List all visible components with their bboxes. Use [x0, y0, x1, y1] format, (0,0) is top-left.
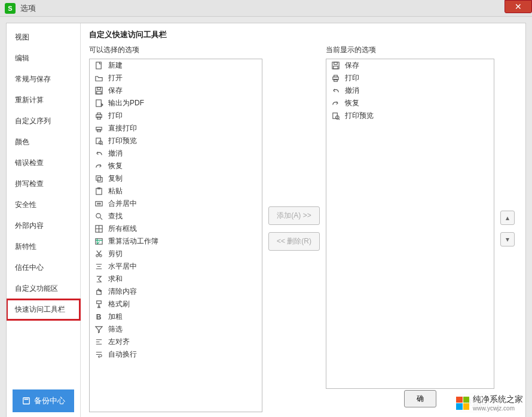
list-item-label: 保存	[108, 86, 123, 96]
list-item[interactable]: 求和	[90, 273, 262, 285]
svg-rect-5	[97, 91, 102, 94]
list-item[interactable]: 恢复	[90, 160, 262, 172]
list-item[interactable]: 新建	[90, 59, 262, 72]
open-icon	[94, 74, 103, 83]
sidebar-item-7[interactable]: 拼写检查	[7, 174, 80, 194]
list-item[interactable]: 输出为PDF	[90, 97, 262, 109]
sidebar-item-0[interactable]: 视图	[7, 27, 80, 48]
cut-icon	[94, 249, 103, 258]
list-item-label: 恢复	[345, 98, 359, 108]
triangle-down-icon: ▾	[506, 235, 509, 243]
filter-icon	[94, 325, 103, 334]
current-listbox[interactable]: 保存打印撤消恢复打印预览	[326, 59, 494, 389]
list-item[interactable]: 打印预览	[326, 109, 494, 122]
list-item[interactable]: 所有框线	[90, 223, 262, 235]
list-item[interactable]: 清除内容	[90, 285, 262, 298]
undo-icon	[331, 86, 340, 95]
triangle-up-icon: ▴	[506, 214, 509, 222]
available-listbox[interactable]: 新建打开保存输出为PDF打印直接打印打印预览撤消恢复复制粘贴合并居中查找所有框线…	[89, 59, 262, 412]
list-item-label: 水平居中	[108, 261, 137, 272]
sidebar-item-8[interactable]: 安全性	[7, 194, 80, 215]
main-panel: 自定义快速访问工具栏 可以选择的选项 新建打开保存输出为PDF打印直接打印打印预…	[81, 23, 525, 417]
add-button[interactable]: 添加(A) >>	[268, 206, 320, 225]
list-item-label: 求和	[108, 274, 123, 284]
borders-icon	[94, 224, 103, 233]
list-item[interactable]: 粘贴	[90, 185, 262, 197]
list-item[interactable]: 查找	[90, 210, 262, 223]
sidebar-item-10[interactable]: 新特性	[7, 236, 80, 257]
list-item[interactable]: 水平居中	[90, 260, 262, 273]
list-item-label: 打印预览	[108, 136, 137, 146]
sidebar-item-11[interactable]: 信任中心	[7, 257, 80, 278]
list-item[interactable]: 打开	[90, 72, 262, 84]
list-item-label: 撤消	[108, 148, 123, 159]
available-label: 可以选择的选项	[89, 45, 262, 55]
sidebar-item-2[interactable]: 常规与保存	[7, 69, 80, 90]
list-item[interactable]: 直接打印	[90, 122, 262, 135]
sidebar-item-3[interactable]: 重新计算	[7, 90, 80, 111]
svg-rect-16	[96, 188, 102, 194]
sidebar-item-1[interactable]: 编辑	[7, 48, 80, 69]
sidebar-item-5[interactable]: 颜色	[7, 132, 80, 153]
svg-rect-2	[96, 62, 101, 69]
list-item[interactable]: 剪切	[90, 248, 262, 260]
backup-center-button[interactable]: 备份中心	[13, 389, 74, 412]
list-item-label: 打开	[108, 73, 123, 83]
sidebar-item-4[interactable]: 自定义序列	[7, 111, 80, 132]
svg-rect-14	[96, 176, 101, 181]
list-item[interactable]: 打印	[326, 72, 494, 84]
list-item[interactable]: 左对齐	[90, 336, 262, 348]
list-item[interactable]: 筛选	[90, 323, 262, 336]
list-item-label: 清除内容	[108, 287, 137, 297]
list-item-label: 粘贴	[108, 186, 123, 196]
svg-rect-8	[97, 113, 101, 115]
clear-icon	[94, 287, 103, 296]
list-item[interactable]: 撤消	[326, 84, 494, 97]
list-item[interactable]: 自动换行	[90, 348, 262, 361]
list-item[interactable]: 重算活动工作簿	[90, 235, 262, 248]
move-down-button[interactable]: ▾	[500, 232, 515, 246]
list-item-label: 所有框线	[108, 224, 137, 234]
watermark-url: www.ycwjz.com	[473, 405, 523, 412]
print-preview-icon	[94, 136, 103, 145]
print-icon	[331, 74, 340, 83]
redo-icon	[331, 99, 340, 108]
options-dialog: 视图编辑常规与保存重新计算自定义序列颜色错误检查拼写检查安全性外部内容新特性信任…	[6, 23, 526, 417]
title-bar: S 选项 ✕	[0, 0, 532, 17]
sidebar-item-9[interactable]: 外部内容	[7, 215, 80, 236]
sidebar-item-12[interactable]: 自定义功能区	[7, 278, 80, 299]
list-item[interactable]: 打印	[90, 109, 262, 122]
svg-rect-28	[334, 62, 338, 65]
align-hcenter-icon	[94, 262, 103, 271]
watermark: 纯净系统之家 www.ycwjz.com	[454, 392, 525, 413]
transfer-buttons: 添加(A) >> << 删除(R)	[268, 45, 320, 412]
sidebar-item-6[interactable]: 错误检查	[7, 153, 80, 174]
list-item[interactable]: B加粗	[90, 311, 262, 323]
move-up-button[interactable]: ▴	[500, 211, 515, 225]
backup-icon	[22, 397, 30, 405]
list-item-label: 打印预览	[345, 111, 374, 121]
svg-rect-1	[24, 399, 28, 400]
list-item[interactable]: 撤消	[90, 147, 262, 160]
list-item[interactable]: 保存	[90, 84, 262, 97]
list-item[interactable]: 保存	[326, 59, 494, 72]
list-item[interactable]: 合并居中	[90, 197, 262, 210]
list-item-label: 保存	[345, 60, 359, 71]
sidebar-item-13[interactable]: 快速访问工具栏	[7, 299, 80, 320]
print-direct-icon	[94, 124, 103, 133]
list-item[interactable]: 恢复	[326, 97, 494, 109]
list-item[interactable]: 复制	[90, 172, 262, 185]
ok-button[interactable]: 确	[404, 390, 436, 407]
redo-icon	[94, 162, 103, 171]
windows-logo-icon	[456, 397, 469, 410]
save-icon	[331, 61, 340, 70]
print-icon	[94, 111, 103, 120]
sidebar: 视图编辑常规与保存重新计算自定义序列颜色错误检查拼写检查安全性外部内容新特性信任…	[7, 23, 81, 417]
remove-button[interactable]: << 删除(R)	[268, 232, 320, 251]
list-item-label: 重算活动工作簿	[108, 236, 158, 246]
close-button[interactable]: ✕	[505, 0, 532, 13]
reorder-buttons: ▴ ▾	[500, 45, 517, 412]
list-item[interactable]: 打印预览	[90, 135, 262, 147]
list-item[interactable]: 格式刷	[90, 298, 262, 311]
format-painter-icon	[94, 300, 103, 309]
